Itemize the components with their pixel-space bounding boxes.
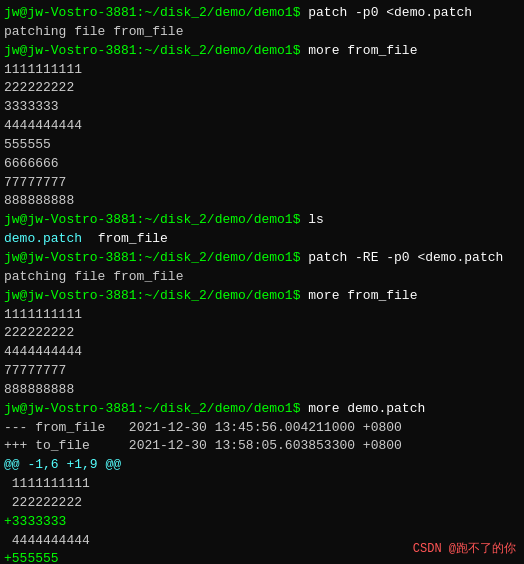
terminal-text: jw@jw-Vostro-3881:~/disk_2/demo/demo1$ <box>4 212 308 227</box>
terminal-text: from_file <box>98 231 168 246</box>
terminal-text: 888888888 <box>4 382 74 397</box>
terminal-text: 77777777 <box>4 175 66 190</box>
terminal-text: 1111111111 <box>4 307 82 322</box>
terminal-line: +++ to_file 2021-12-30 13:58:05.60385330… <box>4 437 520 456</box>
terminal-text: 3333333 <box>4 99 59 114</box>
terminal-text: more from_file <box>308 288 417 303</box>
terminal-text: demo.patch <box>4 231 82 246</box>
terminal-text: 4444444444 <box>4 118 82 133</box>
terminal-line: 888888888 <box>4 381 520 400</box>
terminal-text: jw@jw-Vostro-3881:~/disk_2/demo/demo1$ <box>4 401 308 416</box>
terminal-line: 222222222 <box>4 324 520 343</box>
terminal-text: jw@jw-Vostro-3881:~/disk_2/demo/demo1$ <box>4 288 308 303</box>
terminal-text: 1111111111 <box>4 476 90 491</box>
terminal-text <box>82 231 98 246</box>
terminal-line: jw@jw-Vostro-3881:~/disk_2/demo/demo1$ m… <box>4 42 520 61</box>
terminal-text: 2021-12-30 13:45:56.004211000 +0800 <box>105 420 401 435</box>
terminal-text: 2021-12-30 13:58:05.603853300 +0800 <box>90 438 402 453</box>
terminal-text: patching file from_file <box>4 24 183 39</box>
terminal-line: 555555 <box>4 136 520 155</box>
terminal-text: ls <box>308 212 324 227</box>
terminal-text: +3333333 <box>4 514 66 529</box>
terminal-line: 4444444444 <box>4 117 520 136</box>
terminal-line: jw@jw-Vostro-3881:~/disk_2/demo/demo1$ p… <box>4 249 520 268</box>
terminal-text: patching file from_file <box>4 269 183 284</box>
terminal-text: +555555 <box>4 551 59 564</box>
footer-watermark: CSDN @跑不了的你 <box>413 541 516 558</box>
terminal-line: @@ -1,6 +1,9 @@ <box>4 456 520 475</box>
terminal-text: @@ -1,6 +1,9 @@ <box>4 457 121 472</box>
terminal-text: 222222222 <box>4 80 74 95</box>
terminal-text: patch -p0 <demo.patch <box>308 5 472 20</box>
terminal-line: 888888888 <box>4 192 520 211</box>
terminal-text: more demo.patch <box>308 401 425 416</box>
terminal-line: +3333333 <box>4 513 520 532</box>
terminal-line: 222222222 <box>4 494 520 513</box>
terminal-line: jw@jw-Vostro-3881:~/disk_2/demo/demo1$ l… <box>4 211 520 230</box>
terminal-line: patching file from_file <box>4 268 520 287</box>
terminal-text: 555555 <box>4 137 51 152</box>
terminal-text: --- from_file <box>4 420 105 435</box>
terminal-line: 1111111111 <box>4 306 520 325</box>
terminal-line: demo.patch from_file <box>4 230 520 249</box>
terminal-text: jw@jw-Vostro-3881:~/disk_2/demo/demo1$ <box>4 5 308 20</box>
terminal-text: 77777777 <box>4 363 66 378</box>
terminal-text: 1111111111 <box>4 62 82 77</box>
terminal-line: 6666666 <box>4 155 520 174</box>
terminal-text: more from_file <box>308 43 417 58</box>
terminal-line: 77777777 <box>4 362 520 381</box>
terminal-line: jw@jw-Vostro-3881:~/disk_2/demo/demo1$ m… <box>4 287 520 306</box>
terminal-line: jw@jw-Vostro-3881:~/disk_2/demo/demo1$ m… <box>4 400 520 419</box>
terminal-text: jw@jw-Vostro-3881:~/disk_2/demo/demo1$ <box>4 250 308 265</box>
terminal-text: 222222222 <box>4 325 74 340</box>
terminal-text: jw@jw-Vostro-3881:~/disk_2/demo/demo1$ <box>4 43 308 58</box>
terminal-content: jw@jw-Vostro-3881:~/disk_2/demo/demo1$ p… <box>4 4 520 564</box>
terminal-line: --- from_file 2021-12-30 13:45:56.004211… <box>4 419 520 438</box>
terminal-line: 4444444444 <box>4 343 520 362</box>
terminal-text: 888888888 <box>4 193 74 208</box>
terminal-line: patching file from_file <box>4 23 520 42</box>
terminal-text: 4444444444 <box>4 533 90 548</box>
terminal-line: jw@jw-Vostro-3881:~/disk_2/demo/demo1$ p… <box>4 4 520 23</box>
terminal-line: 77777777 <box>4 174 520 193</box>
terminal-line: 222222222 <box>4 79 520 98</box>
terminal-text: 6666666 <box>4 156 59 171</box>
terminal-line: 1111111111 <box>4 475 520 494</box>
terminal-text: +++ to_file <box>4 438 90 453</box>
terminal-text: 4444444444 <box>4 344 82 359</box>
terminal-text: 222222222 <box>4 495 82 510</box>
terminal-line: 1111111111 <box>4 61 520 80</box>
terminal: jw@jw-Vostro-3881:~/disk_2/demo/demo1$ p… <box>0 0 524 564</box>
terminal-text: patch -RE -p0 <demo.patch <box>308 250 503 265</box>
terminal-line: 3333333 <box>4 98 520 117</box>
